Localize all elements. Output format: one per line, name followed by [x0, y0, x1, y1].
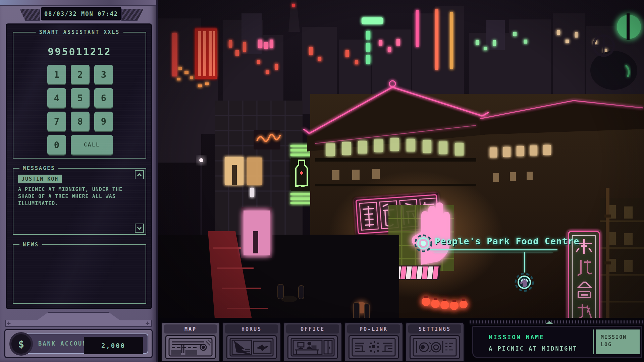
mission-panel: MISSION NAME A PICNIC AT MIDNIGHT MISSIO… — [472, 326, 642, 358]
dialer-section: SMART ASSISTANT XXLS 995011212 1 2 3 4 5… — [13, 32, 146, 159]
keypad-6[interactable]: 6 — [94, 88, 113, 108]
marker-drop-line — [524, 252, 525, 273]
messages-label: MESSAGES — [19, 165, 58, 171]
nav-po-link-button[interactable]: PO-LINK — [344, 322, 404, 362]
nav-horus-button[interactable]: HORUS — [222, 322, 281, 362]
bank-account-bar: $ BANK ACCOUNT 2,000 — [4, 329, 153, 358]
nav-office-button[interactable]: OFFICE — [283, 322, 342, 362]
nav-horus-label: HORUS — [225, 324, 278, 334]
location-underline — [430, 249, 557, 250]
scroll-up-button[interactable] — [135, 170, 144, 179]
datetime-text: 08/03/32 MON 07:42 — [44, 10, 118, 17]
keypad-0[interactable]: 0 — [47, 135, 66, 155]
po-link-icon — [352, 338, 396, 357]
keypad-3[interactable]: 3 — [94, 65, 113, 84]
keypad-5[interactable]: 5 — [71, 88, 90, 108]
office-desk-icon — [290, 338, 335, 357]
call-button[interactable]: CALL — [71, 135, 113, 155]
hand-cursor-marker-icon[interactable] — [515, 273, 534, 292]
scroll-down-button[interactable] — [135, 224, 144, 233]
nav-settings-label: SETTINGS — [408, 324, 461, 334]
keypad-9[interactable]: 9 — [94, 112, 113, 131]
message-body: A PICNIC AT MIDNIGHT, UNDER THE SHADE OF… — [18, 186, 129, 207]
news-label: NEWS — [19, 242, 42, 248]
keypad-8[interactable]: 8 — [71, 112, 90, 131]
settings-dials-icon — [413, 338, 457, 357]
screw-icon: + — [146, 319, 150, 327]
location-label[interactable]: People's Park Food Centre — [435, 236, 579, 246]
chevron-down-icon — [137, 227, 142, 230]
nav-office-label: OFFICE — [286, 324, 339, 334]
hazard-stripes-right — [121, 9, 144, 21]
keypad-7[interactable]: 7 — [47, 112, 66, 131]
currency-symbol: $ — [18, 338, 24, 350]
location-underline-2 — [434, 252, 553, 252]
datetime-display: 08/03/32 MON 07:42 — [41, 7, 121, 20]
hazard-stripes-left — [19, 9, 40, 21]
nav-map-button[interactable]: MAP — [161, 322, 220, 362]
screw-icon: + — [7, 319, 11, 327]
news-section: NEWS — [13, 244, 146, 304]
mission-name-label: MISSION NAME — [489, 334, 544, 341]
mission-name: A PICNIC AT MIDNIGHT — [489, 345, 578, 352]
keypad-1[interactable]: 1 — [47, 65, 66, 84]
messages-section: MESSAGES JUSTIN KOH A PICNIC AT MIDNIGHT… — [13, 168, 146, 235]
assistant-title: SMART ASSISTANT XXLS — [36, 29, 123, 35]
smart-assistant-phone: 08/03/32 MON 07:42 SMART ASSISTANT XXLS … — [0, 0, 158, 362]
message-sender-chip[interactable]: JUSTIN KOH — [18, 175, 62, 183]
keypad-4[interactable]: 4 — [47, 88, 66, 108]
phone-top-vent — [0, 0, 156, 6]
mission-log-button[interactable]: MISSION LOG — [596, 329, 640, 354]
city-scene — [158, 0, 644, 362]
mission-panel-comb — [470, 320, 644, 325]
nav-map-label: MAP — [164, 324, 217, 334]
horus-bird-icon — [229, 338, 274, 357]
dollar-coin-icon: $ — [9, 332, 33, 356]
bank-pill: $ BANK ACCOUNT 2,000 — [18, 334, 148, 354]
bank-balance: 2,000 — [84, 337, 143, 354]
game-root: People's Park Food Centre 08/03/32 MON 0… — [0, 0, 644, 362]
nav-po-link-label: PO-LINK — [347, 324, 400, 334]
chevron-up-icon — [137, 173, 142, 177]
nav-settings-button[interactable]: SETTINGS — [405, 322, 465, 362]
bank-account-label: BANK ACCOUNT — [38, 340, 92, 347]
phone-screen: SMART ASSISTANT XXLS 995011212 1 2 3 4 5… — [6, 23, 152, 309]
mission-panel-divider — [593, 329, 594, 354]
keypad-2[interactable]: 2 — [71, 65, 90, 84]
dialed-number-display: 995011212 — [13, 46, 146, 58]
phone-bezel-ridge — [5, 312, 152, 327]
map-icon — [168, 338, 213, 357]
